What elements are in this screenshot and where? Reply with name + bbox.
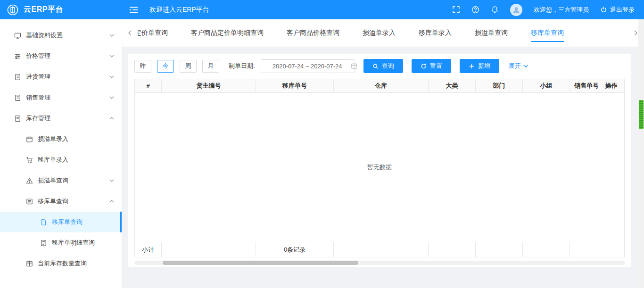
footer-cell xyxy=(523,242,570,257)
tab-transfer-query[interactable]: 移库单查询 xyxy=(531,19,564,47)
table-horizontal-scrollbar[interactable] xyxy=(134,261,625,265)
footer-cell xyxy=(429,242,476,257)
column-header-transfer-no[interactable]: 移库单号 xyxy=(256,79,334,92)
vertical-scrollbar-thumb[interactable] xyxy=(639,100,644,129)
column-header-category[interactable]: 大类 xyxy=(429,79,476,92)
sidebar-item-label: 损溢单查询 xyxy=(38,176,68,185)
column-header-department[interactable]: 部门 xyxy=(476,79,523,92)
tab-pricing-query[interactable]: 定价单查询 xyxy=(138,19,168,47)
sidebar-item-label: 基础资料设置 xyxy=(26,31,63,40)
date-range-value[interactable] xyxy=(266,63,349,70)
column-header-group[interactable]: 小组 xyxy=(523,79,570,92)
content-card: 昨 今 周 月 制单日期: 查询 重置 新增 xyxy=(128,54,631,267)
date-range-label: 制单日期: xyxy=(229,62,255,70)
quick-range-month-button[interactable]: 月 xyxy=(202,60,219,73)
user-greeting: 欢迎您，三方管理员 xyxy=(534,6,589,14)
tab-customer-pricing-detail-query[interactable]: 客户商品定价单明细查询 xyxy=(191,19,264,47)
sidebar-item-label: 进货管理 xyxy=(26,73,50,81)
logout-label: 退出登录 xyxy=(610,6,635,14)
tab-loss-entry[interactable]: 损溢单录入 xyxy=(363,19,396,47)
tabs: 定价单查询 客户商品定价单明细查询 客户商品价格查询 损溢单录入 移库单录入 损… xyxy=(138,19,628,47)
menu-fold-icon[interactable] xyxy=(129,6,138,14)
calendar-icon xyxy=(351,63,357,69)
brand: 云ERP平台 xyxy=(0,4,122,16)
document-icon xyxy=(14,115,21,122)
chevron-down-icon xyxy=(523,65,528,68)
tab-bar: 定价单查询 客户商品定价单明细查询 客户商品价格查询 损溢单录入 移库单录入 损… xyxy=(122,19,644,47)
sidebar-item-label: 移库单查询 xyxy=(52,218,83,226)
sidebar-item-loss-query[interactable]: 损溢单查询 xyxy=(0,170,122,191)
user-avatar[interactable] xyxy=(510,4,522,16)
quick-range-week-button[interactable]: 周 xyxy=(180,60,197,73)
sidebar-item-transfer-query[interactable]: 移库单查询 xyxy=(0,212,122,232)
tab-customer-price-query[interactable]: 客户商品价格查询 xyxy=(287,19,339,47)
tab-transfer-entry[interactable]: 移库单录入 xyxy=(419,19,452,47)
sidebar-item-inventory-mgmt[interactable]: 库存管理 xyxy=(0,108,122,129)
chevron-down-icon xyxy=(109,179,114,182)
sidebar-item-transfer-entry[interactable]: 移库单录入 xyxy=(0,149,122,170)
file-text-icon xyxy=(40,239,47,247)
table-header-row: # 货主编号 移库单号 仓库 大类 部门 小组 销售单号 操作 xyxy=(134,79,625,93)
app-title: 云ERP平台 xyxy=(24,5,63,15)
fullscreen-icon[interactable] xyxy=(452,6,460,14)
chevron-down-icon xyxy=(109,75,114,78)
chevron-up-icon xyxy=(109,117,114,120)
search-icon xyxy=(372,63,379,69)
bell-icon[interactable] xyxy=(491,6,499,14)
horizontal-scrollbar-thumb[interactable] xyxy=(163,261,358,265)
filter-toolbar: 昨 今 周 月 制单日期: 查询 重置 新增 xyxy=(128,54,631,78)
sidebar-item-sales-mgmt[interactable]: 销售管理 xyxy=(0,87,122,108)
help-icon[interactable] xyxy=(471,6,479,14)
column-header-warehouse[interactable]: 仓库 xyxy=(334,79,429,92)
sidebar-item-base-data[interactable]: 基础资料设置 xyxy=(0,25,122,46)
sidebar-item-label: 移库单明细查询 xyxy=(52,239,95,247)
calendar-icon xyxy=(26,136,33,143)
add-button[interactable]: 新增 xyxy=(460,59,499,73)
logout-button[interactable]: 退出登录 xyxy=(600,6,635,14)
transfer-order-table: # 货主编号 移库单号 仓库 大类 部门 小组 销售单号 操作 暂无数据 小计 … xyxy=(134,79,625,257)
table-footer-row: 小计 0条记录 xyxy=(134,242,625,257)
column-header-index[interactable]: # xyxy=(135,79,162,92)
footer-cell xyxy=(570,242,598,257)
monitor-icon xyxy=(14,32,21,39)
power-icon xyxy=(600,6,607,13)
reset-button[interactable]: 重置 xyxy=(412,59,451,73)
expand-filters-link[interactable]: 展开 xyxy=(509,62,528,70)
document-icon xyxy=(14,94,21,101)
plus-icon xyxy=(469,63,475,69)
tabs-scroll-left-icon[interactable] xyxy=(122,30,138,36)
column-header-owner-code[interactable]: 货主编号 xyxy=(162,79,256,92)
quick-range-yesterday-button[interactable]: 昨 xyxy=(134,60,151,73)
sidebar-item-transfer-query-group[interactable]: 移库单查询 xyxy=(0,191,122,212)
sidebar-item-transfer-detail-query[interactable]: 移库单明细查询 xyxy=(0,232,122,253)
sliders-icon xyxy=(14,53,21,60)
column-header-sales-order[interactable]: 销售单号 xyxy=(570,79,598,92)
sidebar-item-current-stock-query[interactable]: 当前库存数量查询 xyxy=(0,253,122,274)
sidebar: 基础资料设置 价格管理 进货管理 销售管理 库存管理 损溢单录入 xyxy=(0,19,122,288)
sidebar-item-label: 库存管理 xyxy=(26,114,50,123)
top-header: 云ERP平台 欢迎进入云ERP平台 xyxy=(0,0,644,19)
table-icon xyxy=(26,260,33,267)
search-button[interactable]: 查询 xyxy=(363,59,403,73)
page-vertical-scrollbar[interactable] xyxy=(638,19,644,288)
quick-range-today-button[interactable]: 今 xyxy=(157,60,174,73)
column-header-actions[interactable]: 操作 xyxy=(598,79,624,92)
footer-cell xyxy=(476,242,523,257)
footer-cell xyxy=(334,242,429,257)
footer-subtotal-label: 小计 xyxy=(135,242,162,257)
chevron-down-icon xyxy=(109,34,114,37)
sidebar-item-price-mgmt[interactable]: 价格管理 xyxy=(0,46,122,66)
chevron-up-icon xyxy=(109,200,114,203)
file-icon xyxy=(40,219,47,226)
cart-icon xyxy=(26,156,33,164)
logo-icon xyxy=(7,4,19,16)
footer-record-count: 0条记录 xyxy=(256,242,334,257)
warning-triangle-icon xyxy=(26,177,33,184)
chevron-down-icon xyxy=(109,96,114,99)
document-icon xyxy=(14,74,21,81)
tab-loss-query[interactable]: 损溢单查询 xyxy=(475,19,508,47)
sidebar-item-label: 移库单录入 xyxy=(38,156,68,164)
sidebar-item-purchase-mgmt[interactable]: 进货管理 xyxy=(0,66,122,87)
sidebar-item-loss-entry[interactable]: 损溢单录入 xyxy=(0,129,122,149)
date-range-input[interactable] xyxy=(261,59,355,73)
